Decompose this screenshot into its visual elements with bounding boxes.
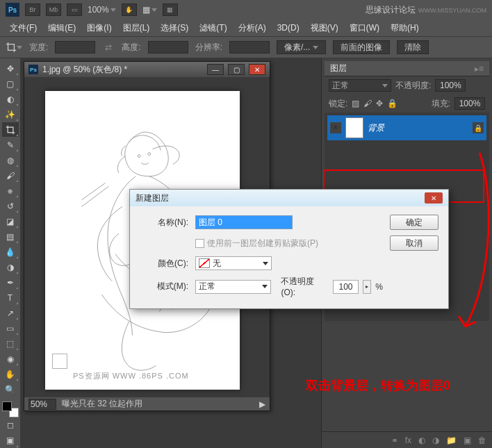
- zoom-tool[interactable]: 🔍: [2, 382, 19, 397]
- adjustment-icon[interactable]: ◑: [432, 435, 439, 445]
- marquee-tool[interactable]: ▢: [2, 76, 19, 91]
- resolution-input[interactable]: [229, 41, 270, 53]
- visibility-toggle[interactable]: 👁: [330, 122, 341, 133]
- status-arrow-icon[interactable]: ▶: [259, 399, 265, 409]
- gradient-tool[interactable]: ▤: [2, 229, 19, 244]
- hand-tool[interactable]: ✋: [2, 367, 19, 381]
- eraser-tool[interactable]: ◪: [2, 214, 19, 229]
- type-tool[interactable]: T: [2, 290, 19, 305]
- move-tool[interactable]: ✥: [2, 61, 19, 76]
- blur-tool[interactable]: 💧: [2, 244, 19, 259]
- menu-3d[interactable]: 3D(D): [273, 22, 304, 34]
- wand-tool[interactable]: ✨: [2, 107, 19, 122]
- panel-menu-icon[interactable]: ▸≡: [475, 64, 484, 74]
- clear-button[interactable]: 清除: [397, 40, 429, 54]
- healing-tool[interactable]: ◍: [2, 153, 19, 167]
- opacity-spin-arrow[interactable]: ▸: [363, 280, 371, 294]
- brush-tool[interactable]: 🖌: [2, 168, 19, 183]
- bridge-button[interactable]: Br: [25, 3, 40, 16]
- layer-row-background[interactable]: 👁 背景 🔒: [327, 115, 486, 140]
- chevron-down-icon: [17, 46, 22, 49]
- delete-layer-icon[interactable]: 🗑: [478, 435, 486, 445]
- resolution-unit-label: 像素/...: [284, 42, 310, 53]
- dialog-close-button[interactable]: ✕: [425, 192, 443, 204]
- ok-button[interactable]: 确定: [390, 215, 438, 230]
- fill-input[interactable]: 100%: [454, 97, 485, 110]
- blend-mode-select[interactable]: 正常: [329, 79, 391, 92]
- shape-tool[interactable]: ▭: [2, 321, 19, 335]
- opacity-spinner[interactable]: 100: [333, 280, 359, 294]
- fg-color[interactable]: [2, 401, 12, 411]
- chevron-down-icon: [262, 285, 268, 288]
- layer-thumbnail[interactable]: [345, 117, 363, 138]
- swap-icon[interactable]: ⇄: [102, 41, 115, 53]
- mode-select[interactable]: 正常: [195, 280, 271, 294]
- 3d-camera-tool[interactable]: ◉: [2, 351, 19, 366]
- menu-view[interactable]: 视图(V): [306, 21, 343, 35]
- resolution-unit-dropdown[interactable]: 像素/...: [277, 40, 326, 54]
- crop-tool[interactable]: [2, 122, 19, 137]
- menu-window[interactable]: 窗口(W): [345, 21, 384, 35]
- menu-help[interactable]: 帮助(H): [386, 21, 423, 35]
- stamp-tool[interactable]: ⎈: [2, 183, 19, 198]
- menu-filter[interactable]: 滤镜(T): [195, 21, 231, 35]
- name-input[interactable]: [195, 215, 293, 229]
- watermark: PS资源网 WWW .86PS .COM: [73, 371, 189, 381]
- extras-button[interactable]: ▦: [163, 3, 178, 16]
- lock-position-icon[interactable]: ✥: [376, 99, 383, 108]
- zoom-field[interactable]: 50%: [28, 399, 56, 410]
- zoom-dropdown[interactable]: 100%: [88, 5, 116, 15]
- eyedropper-tool[interactable]: ✎: [2, 138, 19, 152]
- chevron-down-icon: [263, 262, 268, 265]
- menu-analysis[interactable]: 分析(A): [234, 21, 270, 35]
- minimize-button[interactable]: —: [207, 64, 224, 75]
- height-input[interactable]: [148, 41, 188, 53]
- quick-mask-button[interactable]: ◻: [2, 418, 19, 433]
- group-icon[interactable]: 📁: [446, 435, 457, 445]
- path-tool[interactable]: ↗: [2, 306, 19, 320]
- hand-tool-button[interactable]: ✋: [122, 3, 137, 16]
- menu-select[interactable]: 选择(S): [156, 21, 192, 35]
- width-input[interactable]: [55, 41, 95, 53]
- minibridge-button[interactable]: Mb: [46, 3, 61, 16]
- lock-all-icon[interactable]: 🔒: [387, 99, 397, 108]
- doc-ps-icon: Ps: [28, 65, 38, 74]
- menu-edit[interactable]: 编辑(E): [44, 21, 80, 35]
- 3d-tool[interactable]: ⬚: [2, 336, 19, 351]
- history-brush-tool[interactable]: ↺: [2, 199, 19, 213]
- maximize-button[interactable]: ▢: [228, 64, 245, 75]
- dodge-tool[interactable]: ◑: [2, 260, 19, 274]
- crop-tool-icon[interactable]: [6, 39, 22, 56]
- cancel-button[interactable]: 取消: [390, 235, 438, 251]
- mask-icon[interactable]: ◐: [418, 435, 425, 445]
- screen-mode-button[interactable]: ▭: [67, 3, 82, 16]
- name-label: 名称(N):: [140, 217, 188, 229]
- lock-pixels-icon[interactable]: 🖌: [363, 99, 372, 108]
- color-swatch[interactable]: [2, 401, 19, 417]
- opacity-input[interactable]: 100%: [435, 79, 466, 92]
- lock-transparency-icon[interactable]: ▨: [352, 99, 359, 108]
- color-select[interactable]: 无: [195, 256, 272, 270]
- chevron-down-icon: [382, 84, 388, 88]
- lasso-tool[interactable]: ◐: [2, 92, 19, 106]
- menu-layer[interactable]: 图层(L): [119, 21, 154, 35]
- screen-mode-tool[interactable]: ▣: [2, 433, 19, 448]
- menu-image[interactable]: 图像(I): [83, 21, 115, 35]
- layer-name: 背景: [368, 122, 384, 134]
- new-layer-icon[interactable]: ▣: [464, 435, 471, 445]
- blend-mode-value: 正常: [332, 80, 349, 92]
- front-image-button[interactable]: 前面的图像: [333, 40, 390, 54]
- brand-text: 思缘设计论坛: [366, 5, 416, 15]
- menu-file[interactable]: 文件(F): [6, 21, 41, 35]
- clip-mask-label: 使用前一图层创建剪贴蒙版(P): [207, 238, 318, 249]
- link-layers-icon[interactable]: ⚭: [391, 435, 398, 445]
- arrange-dropdown[interactable]: ▦: [142, 5, 157, 15]
- pen-tool[interactable]: ✒: [2, 275, 19, 290]
- close-button[interactable]: ✕: [249, 64, 265, 75]
- annotation-text: 双击背景层，转换为图层0: [306, 377, 450, 394]
- layers-tab[interactable]: 图层: [330, 63, 347, 74]
- fx-icon[interactable]: fx: [405, 435, 411, 445]
- mode-value: 正常: [199, 281, 215, 292]
- width-label: 宽度:: [29, 42, 48, 53]
- ps-logo-icon: Ps: [6, 3, 19, 17]
